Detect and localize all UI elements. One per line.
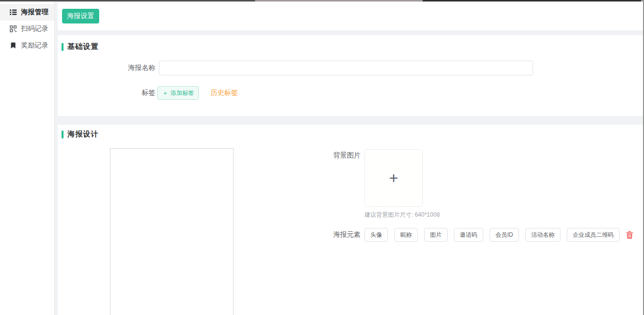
window-edge-artifact	[0, 0, 255, 1]
plus-icon: ＋	[162, 89, 168, 97]
sidebar-item-reward-records[interactable]: 奖励记录	[0, 37, 54, 54]
poster-design-card: 海报设计 背景图片 + 建议背景图片尺寸: 640*1008 海报元素 头像 昵…	[58, 125, 643, 315]
poster-settings-button[interactable]: 海报设置	[62, 9, 99, 23]
sidebar-item-scan-records[interactable]: 扫码记录	[0, 21, 54, 37]
qrcode-icon	[10, 25, 17, 32]
element-activity-name-button[interactable]: 活动名称	[525, 228, 560, 242]
background-image-row: 背景图片 + 建议背景图片尺寸: 640*1008	[333, 149, 440, 219]
poster-elements-row: 海报元素 头像 昵称 图片 邀请码 会员ID 活动名称 企业成员二维码	[333, 228, 633, 242]
add-tag-button-label: 添加标签	[171, 89, 194, 97]
background-image-upload[interactable]: +	[365, 149, 423, 207]
section-title: 海报设计	[67, 130, 99, 139]
sidebar-item-label: 奖励记录	[21, 41, 48, 50]
add-tag-button[interactable]: ＋ 添加标签	[157, 86, 199, 100]
sidebar-item-label: 扫码记录	[21, 24, 48, 33]
background-image-label: 背景图片	[333, 151, 361, 160]
element-invite-code-button[interactable]: 邀请码	[454, 228, 483, 242]
element-enterprise-qrcode-button[interactable]: 企业成员二维码	[567, 228, 620, 242]
section-title: 基础设置	[67, 42, 99, 51]
sidebar: 海报管理 扫码记录 奖励记录	[0, 0, 55, 315]
poster-name-label: 海报名称	[58, 64, 155, 72]
element-member-id-button[interactable]: 会员ID	[490, 228, 519, 242]
element-avatar-button[interactable]: 头像	[365, 228, 388, 242]
plus-icon: +	[389, 170, 398, 186]
history-tag-link[interactable]: 历史标签	[211, 89, 238, 97]
section-accent-bar	[62, 43, 64, 51]
element-image-button[interactable]: 图片	[424, 228, 448, 242]
poster-element-buttons: 头像 昵称 图片 邀请码 会员ID 活动名称 企业成员二维码	[365, 228, 620, 242]
toolbar-card: 海报设置	[58, 2, 643, 30]
background-upload-column: + 建议背景图片尺寸: 640*1008	[365, 149, 440, 219]
window-edge-artifact	[423, 0, 641, 1]
tag-row: 标签 ＋ 添加标签 历史标签	[58, 86, 238, 100]
poster-name-input[interactable]	[159, 61, 533, 75]
basic-settings-card: 基础设置 海报名称 标签 ＋ 添加标签 历史标签	[58, 35, 643, 116]
poster-preview-canvas[interactable]	[110, 148, 234, 315]
sidebar-item-label: 海报管理	[21, 8, 48, 17]
background-size-hint: 建议背景图片尺寸: 640*1008	[365, 211, 440, 219]
poster-design-header: 海报设计	[62, 130, 99, 139]
bookmark-icon	[10, 42, 17, 49]
window-edge-artifact	[255, 0, 423, 1]
sidebar-item-poster-management[interactable]: 海报管理	[0, 4, 54, 21]
trash-icon	[626, 231, 633, 239]
section-accent-bar	[62, 131, 64, 138]
basic-settings-header: 基础设置	[62, 42, 99, 51]
element-nickname-button[interactable]: 昵称	[394, 228, 418, 242]
tag-label: 标签	[58, 89, 155, 97]
delete-element-button[interactable]	[626, 231, 633, 239]
list-icon	[10, 9, 17, 16]
poster-elements-label: 海报元素	[333, 230, 361, 239]
poster-name-row: 海报名称	[58, 61, 533, 75]
